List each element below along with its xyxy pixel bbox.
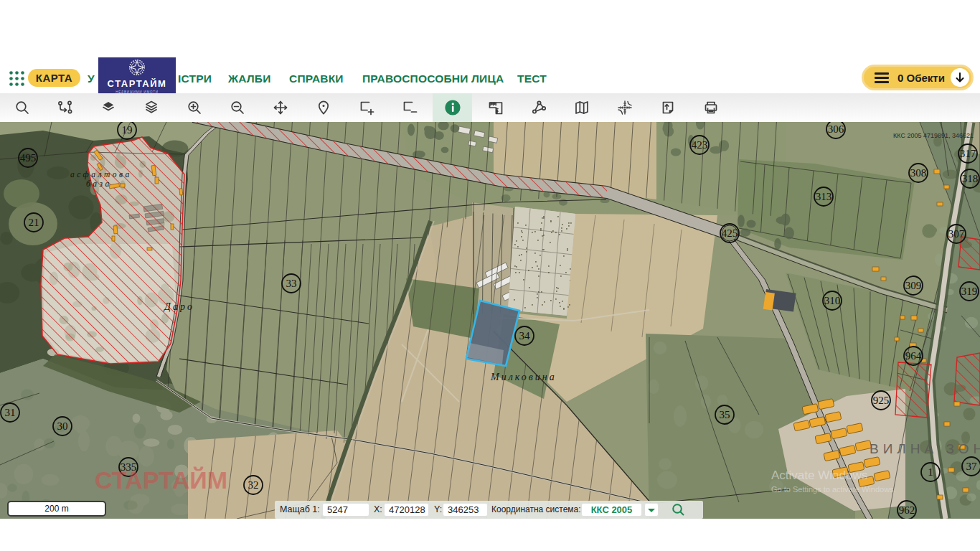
svg-text:307: 307 (948, 228, 965, 240)
svg-text:база: база (86, 179, 112, 188)
svg-text:асфалтова: асфалтова (70, 170, 132, 179)
svg-text:СТАРТАЙМ: СТАРТАЙМ (95, 466, 227, 494)
svg-text:30: 30 (57, 420, 68, 432)
svg-text:32: 32 (248, 479, 259, 491)
svg-text:Милковина: Милковина (490, 372, 557, 382)
svg-text:317: 317 (960, 148, 976, 159)
svg-text:37: 37 (966, 461, 978, 472)
svg-text:425: 425 (722, 227, 738, 239)
svg-text:310: 310 (824, 295, 841, 306)
svg-text:19: 19 (122, 124, 133, 136)
svg-text:308: 308 (910, 167, 927, 179)
svg-text:ККС 2005 4719891, 346621: ККС 2005 4719891, 346621 (893, 132, 974, 139)
svg-text:962: 962 (899, 504, 915, 516)
svg-text:34: 34 (519, 330, 531, 342)
svg-text:495: 495 (20, 152, 37, 164)
svg-text:319: 319 (961, 286, 978, 297)
svg-text:423: 423 (692, 139, 708, 151)
svg-text:21: 21 (29, 217, 39, 228)
svg-text:Go to Settings to activate Win: Go to Settings to activate Windows. (771, 485, 896, 494)
svg-text:35: 35 (720, 409, 730, 420)
svg-text:313: 313 (816, 191, 832, 202)
svg-text:309: 309 (905, 280, 922, 291)
svg-text:Даро: Даро (163, 301, 194, 312)
svg-text:306: 306 (828, 123, 844, 135)
svg-text:318: 318 (962, 173, 979, 184)
svg-text:31: 31 (5, 407, 16, 418)
svg-text:925: 925 (873, 395, 890, 406)
svg-text:964: 964 (905, 350, 922, 362)
svg-text:Activate Windows: Activate Windows (771, 468, 867, 482)
svg-text:1: 1 (928, 466, 933, 478)
svg-text:33: 33 (286, 278, 297, 289)
svg-text:ВИЛНА ЗОН: ВИЛНА ЗОН (870, 441, 980, 456)
